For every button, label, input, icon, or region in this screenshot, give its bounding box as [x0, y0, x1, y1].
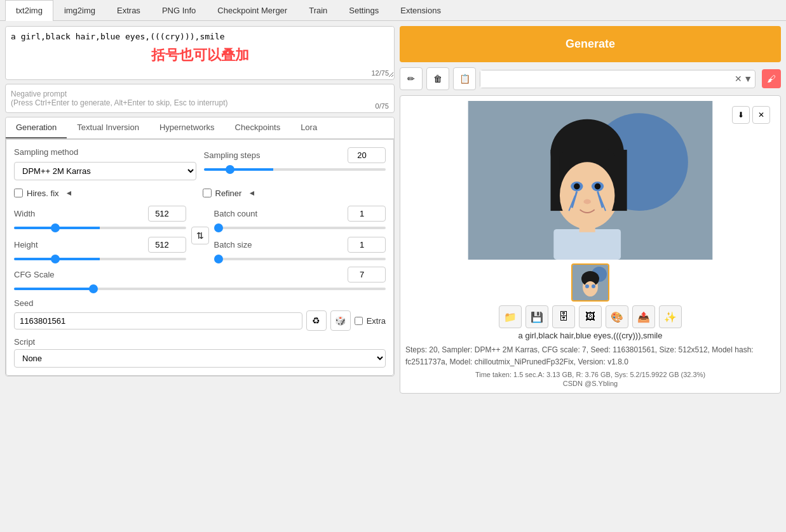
- svg-point-25: [592, 284, 595, 288]
- dimensions-section: Width Height: [14, 206, 186, 260]
- output-prompt-display: a girl,black hair,blue eyes,(((cry))),sm…: [518, 331, 663, 340]
- trash-button[interactable]: 🗑: [426, 67, 449, 90]
- seed-recycle-btn[interactable]: ♻: [306, 310, 327, 331]
- hires-fix-row: Hires. fix ◄: [14, 187, 198, 199]
- tab-textual-inversion[interactable]: Textual Inversion: [67, 117, 149, 138]
- tab-checkpoint-merger[interactable]: Checkpoint Merger: [207, 0, 298, 20]
- height-input[interactable]: [148, 237, 186, 253]
- generated-image: [405, 101, 775, 260]
- share-icon: 📤: [637, 311, 650, 323]
- svg-point-24: [585, 284, 589, 288]
- pencil-button[interactable]: ✏: [400, 67, 423, 90]
- height-slider[interactable]: [14, 258, 186, 260]
- tab-generation[interactable]: Generation: [6, 117, 67, 138]
- refiner-checkbox[interactable]: [203, 189, 212, 197]
- output-meta-info: Steps: 20, Sampler: DPM++ 2M Karras, CFG…: [405, 344, 775, 368]
- generate-button[interactable]: Generate: [400, 26, 781, 62]
- clipboard-button[interactable]: 📋: [453, 67, 476, 90]
- open-folder-button[interactable]: 📁: [499, 305, 522, 328]
- extra-checkbox[interactable]: [355, 317, 363, 325]
- seed-input[interactable]: [14, 312, 302, 329]
- close-image-button[interactable]: ✕: [752, 106, 770, 124]
- save-button[interactable]: 💾: [525, 305, 548, 328]
- svg-point-11: [595, 183, 601, 190]
- batch-count-slider[interactable]: [214, 227, 386, 229]
- batch-size-label: Batch size: [214, 240, 290, 249]
- svg-point-10: [574, 183, 580, 190]
- sampling-dropdown-container: DPM++ 2M Karras: [14, 162, 196, 180]
- trash-icon: 🗑: [433, 74, 442, 84]
- batch-size-input[interactable]: [348, 237, 386, 253]
- model-selector: ✕ ▼: [480, 70, 756, 88]
- left-panel: a girl,black hair,blue eyes,(((cry))),sm…: [5, 26, 395, 527]
- svg-point-16: [583, 199, 591, 204]
- gallery-button[interactable]: 🖼: [579, 305, 602, 328]
- tab-hypernetworks[interactable]: Hypernetworks: [149, 117, 225, 138]
- time-taken-text: Time taken: 1.5 sec.: [475, 371, 538, 378]
- swap-dimensions-button[interactable]: ⇅: [191, 227, 209, 244]
- script-select[interactable]: None: [14, 349, 386, 368]
- hires-fix-checkbox[interactable]: [14, 189, 23, 197]
- image-top-buttons: ⬇ ✕: [732, 106, 770, 124]
- model-clear-button[interactable]: ✕: [735, 74, 742, 84]
- negative-placeholder: Negative prompt (Press Ctrl+Enter to gen…: [6, 84, 394, 112]
- height-label: Height: [14, 240, 90, 249]
- download-image-button[interactable]: ⬇: [732, 106, 750, 124]
- thumbnail-image-1: [573, 265, 609, 302]
- model-selector-input[interactable]: [480, 70, 732, 88]
- cfg-scale-input[interactable]: [348, 267, 386, 283]
- positive-prompt-input[interactable]: a girl,black hair,blue eyes,(((cry))),sm…: [6, 27, 394, 77]
- generated-image-wrap: ⬇ ✕: [405, 101, 775, 260]
- tab-extensions[interactable]: Extensions: [390, 0, 452, 20]
- clipboard-icon: 📋: [459, 74, 470, 84]
- width-label: Width: [14, 209, 90, 218]
- image-area: ⬇ ✕: [400, 95, 781, 394]
- watermark-text: CSDN @S.Ybling: [563, 380, 618, 387]
- sampling-steps-input[interactable]: [348, 147, 386, 163]
- cfg-scale-section: CFG Scale: [14, 267, 386, 292]
- batch-size-slider[interactable]: [214, 258, 386, 260]
- tab-extras[interactable]: Extras: [106, 0, 151, 20]
- tab-train[interactable]: Train: [298, 0, 338, 20]
- close-icon: ✕: [758, 110, 764, 119]
- width-input[interactable]: [148, 206, 186, 222]
- sampling-method-select[interactable]: DPM++ 2M Karras: [14, 162, 196, 180]
- script-label: Script: [14, 337, 386, 347]
- thumbnail-row: [571, 263, 609, 302]
- cfg-scale-slider[interactable]: [14, 288, 386, 290]
- tab-lora[interactable]: Lora: [290, 117, 327, 138]
- tab-settings[interactable]: Settings: [338, 0, 390, 20]
- model-paint-button[interactable]: 🖌: [762, 69, 781, 88]
- width-slider[interactable]: [14, 227, 186, 229]
- sampling-steps-slider[interactable]: [204, 168, 386, 171]
- tab-checkpoints[interactable]: Checkpoints: [225, 117, 291, 138]
- extra-label: Extra: [367, 316, 386, 326]
- model-dropdown-button[interactable]: ▼: [743, 74, 752, 84]
- svg-point-23: [584, 281, 597, 296]
- prompt-counter: 12/75: [371, 69, 389, 77]
- refiner-arrow[interactable]: ◄: [245, 187, 258, 199]
- palette-button[interactable]: 🎨: [606, 305, 628, 328]
- thumbnail-1[interactable]: [571, 263, 609, 302]
- seed-section: Seed ♻ 🎲 Extra: [14, 298, 386, 331]
- main-content: a girl,black hair,blue eyes,(((cry))),sm…: [0, 21, 786, 532]
- batch-section: Batch count Batch size: [214, 206, 386, 260]
- toolbar-model-row: ✏ 🗑 📋 ✕ ▼ 🖌: [400, 67, 781, 90]
- star-icon: ✨: [664, 311, 677, 323]
- folder-icon: 📁: [504, 311, 517, 323]
- time-info-row: Time taken: 1.5 sec. A: 3.13 GB, R: 3.76…: [475, 371, 705, 378]
- svg-rect-18: [579, 220, 595, 232]
- save2-button[interactable]: 🗄: [552, 305, 575, 328]
- save2-icon: 🗄: [559, 311, 569, 323]
- tab-png-info[interactable]: PNG Info: [151, 0, 207, 20]
- share-button[interactable]: 📤: [632, 305, 655, 328]
- seed-dice-btn[interactable]: 🎲: [330, 310, 351, 331]
- hires-fix-arrow[interactable]: ◄: [63, 187, 76, 199]
- star-button[interactable]: ✨: [659, 305, 682, 328]
- tab-img2img[interactable]: img2img: [53, 0, 106, 20]
- download-icon: ⬇: [738, 110, 744, 119]
- tab-txt2img[interactable]: txt2img: [5, 0, 53, 21]
- seed-label: Seed: [14, 298, 386, 308]
- app-container: txt2img img2img Extras PNG Info Checkpoi…: [0, 0, 786, 532]
- batch-count-input[interactable]: [348, 206, 386, 222]
